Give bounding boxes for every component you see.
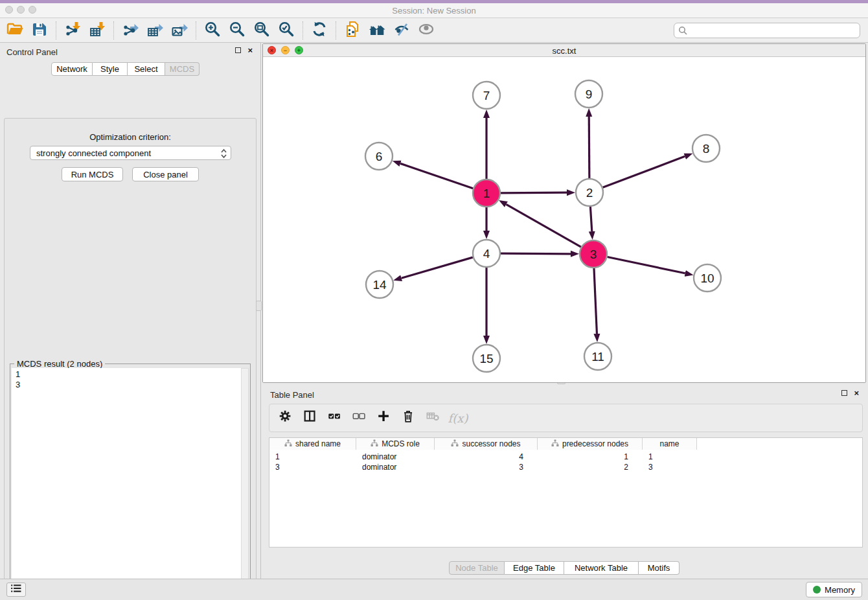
tab-edge-table[interactable]: Edge Table xyxy=(505,561,564,575)
graph-node-14[interactable]: 14 xyxy=(366,271,393,298)
node-label: 6 xyxy=(376,150,383,163)
node-label: 4 xyxy=(483,247,490,260)
cell-predecessor-nodes: 2 xyxy=(538,462,643,472)
tab-node-table[interactable]: Node Table xyxy=(449,561,505,575)
table-panel-float-button[interactable] xyxy=(841,390,847,396)
edge-3-1[interactable] xyxy=(506,204,580,247)
cell-MCDS-role: dominator xyxy=(356,462,435,472)
edge-2-3[interactable] xyxy=(590,207,591,231)
mcds-result-scrollbar[interactable] xyxy=(241,368,249,600)
graph-node-15[interactable]: 15 xyxy=(473,345,500,372)
edge-4-14[interactable] xyxy=(402,257,473,278)
edge-3-11[interactable] xyxy=(594,268,597,334)
vertical-splitter-grip[interactable] xyxy=(256,301,262,311)
edge-3-10[interactable] xyxy=(608,257,685,273)
tab-network[interactable]: Network xyxy=(51,62,93,76)
trash-button[interactable] xyxy=(398,407,420,429)
add-button[interactable] xyxy=(373,407,395,429)
control-panel-close-button[interactable]: × xyxy=(247,47,253,53)
edge-2-9[interactable] xyxy=(589,117,589,178)
hide-network-button[interactable] xyxy=(389,19,414,41)
tab-style[interactable]: Style xyxy=(93,62,128,76)
search-icon xyxy=(678,26,687,38)
column-header-name[interactable]: name xyxy=(643,438,697,450)
export-table-icon xyxy=(146,21,163,40)
graph-node-1[interactable]: 1 xyxy=(473,179,500,207)
duplicate-network-icon xyxy=(344,21,361,40)
edge-2-8[interactable] xyxy=(603,156,685,187)
node-label: 9 xyxy=(586,87,593,101)
column-header-predecessor-nodes[interactable]: predecessor nodes xyxy=(538,438,643,450)
zoom-selected-icon xyxy=(278,21,295,40)
node-label: 15 xyxy=(479,352,493,365)
close-panel-button[interactable]: Close panel xyxy=(132,167,199,181)
task-history-button[interactable] xyxy=(6,583,26,597)
show-network-button[interactable] xyxy=(414,19,439,41)
tab-select[interactable]: Select xyxy=(128,62,165,76)
graph-node-7[interactable]: 7 xyxy=(473,82,500,109)
zoom-in-button[interactable] xyxy=(200,19,225,41)
graph-node-6[interactable]: 6 xyxy=(365,143,393,170)
node-table: shared nameMCDS rolesuccessor nodesprede… xyxy=(269,437,863,548)
graph-node-9[interactable]: 9 xyxy=(575,80,602,108)
home-button[interactable] xyxy=(365,19,389,41)
edge-1-2[interactable] xyxy=(501,192,567,193)
trash-icon xyxy=(401,409,417,427)
export-image-button[interactable] xyxy=(167,19,192,41)
tab-mcds[interactable]: MCDS xyxy=(165,62,200,76)
zoom-selected-button[interactable] xyxy=(274,19,299,41)
export-network-button[interactable] xyxy=(118,19,143,41)
graph-node-11[interactable]: 11 xyxy=(584,343,611,370)
table-panel-close-button[interactable]: × xyxy=(854,390,859,396)
graph-node-10[interactable]: 10 xyxy=(694,264,721,292)
duplicate-network-button[interactable] xyxy=(340,19,365,41)
import-table-icon xyxy=(89,21,106,40)
column-header-successor-nodes[interactable]: successor nodes xyxy=(435,438,538,450)
home-icon xyxy=(369,21,385,40)
run-mcds-button[interactable]: Run MCDS xyxy=(62,167,123,181)
tab-motifs[interactable]: Motifs xyxy=(639,561,680,575)
import-network-button[interactable] xyxy=(60,19,85,41)
save-button[interactable] xyxy=(27,19,52,41)
select-all-button[interactable] xyxy=(324,407,346,429)
zoom-fit-button[interactable] xyxy=(249,19,274,41)
window-title: Session: New Session xyxy=(0,6,868,16)
gear-button[interactable] xyxy=(275,407,297,429)
deselect-all-button[interactable] xyxy=(348,407,371,429)
dropdown-stepper-icon xyxy=(220,148,227,161)
graph-node-4[interactable]: 4 xyxy=(473,240,500,267)
function-button: f(x) xyxy=(447,407,469,429)
import-table-button[interactable] xyxy=(85,19,109,41)
columns-button[interactable] xyxy=(299,407,321,429)
open-folder-button[interactable] xyxy=(3,19,27,41)
search-input[interactable] xyxy=(674,23,860,38)
zoom-out-button[interactable] xyxy=(225,19,249,41)
delete-table-button xyxy=(422,407,444,429)
refresh-button[interactable] xyxy=(307,19,332,41)
graph-node-2[interactable]: 2 xyxy=(576,179,603,206)
edge-1-6[interactable] xyxy=(400,163,473,188)
table-panel: Table Panel × f(x) shared nameMCDS roles… xyxy=(262,386,868,577)
memory-button[interactable]: Memory xyxy=(806,582,862,597)
tab-network-table[interactable]: Network Table xyxy=(564,561,639,575)
export-table-button[interactable] xyxy=(143,19,167,41)
optimization-criterion-dropdown[interactable]: strongly connected component xyxy=(30,146,231,160)
graph-node-3[interactable]: 3 xyxy=(580,240,607,268)
column-label: successor nodes xyxy=(462,439,520,448)
table-row[interactable]: 3dominator323 xyxy=(269,462,697,472)
column-label: MCDS role xyxy=(382,439,420,448)
column-header-shared-name[interactable]: shared name xyxy=(269,438,356,450)
table-panel-title: Table Panel xyxy=(270,390,314,400)
table-row[interactable]: 1dominator411 xyxy=(269,452,697,462)
network-graph[interactable]: 7968124314101511 xyxy=(263,58,865,382)
control-panel: Control Panel × NetworkStyleSelectMCDS O… xyxy=(0,43,260,579)
mcds-result-list[interactable]: 13 xyxy=(12,368,241,600)
zoom-out-icon xyxy=(229,21,246,40)
network-canvas[interactable]: 7968124314101511 xyxy=(263,58,865,382)
control-panel-float-button[interactable] xyxy=(235,47,241,53)
cell-MCDS-role: dominator xyxy=(356,452,435,462)
edge-4-3[interactable] xyxy=(501,253,571,254)
graph-node-8[interactable]: 8 xyxy=(692,135,720,162)
mcds-panel: Optimization criterion: strongly connect… xyxy=(4,118,257,600)
column-header-MCDS-role[interactable]: MCDS role xyxy=(356,438,435,450)
